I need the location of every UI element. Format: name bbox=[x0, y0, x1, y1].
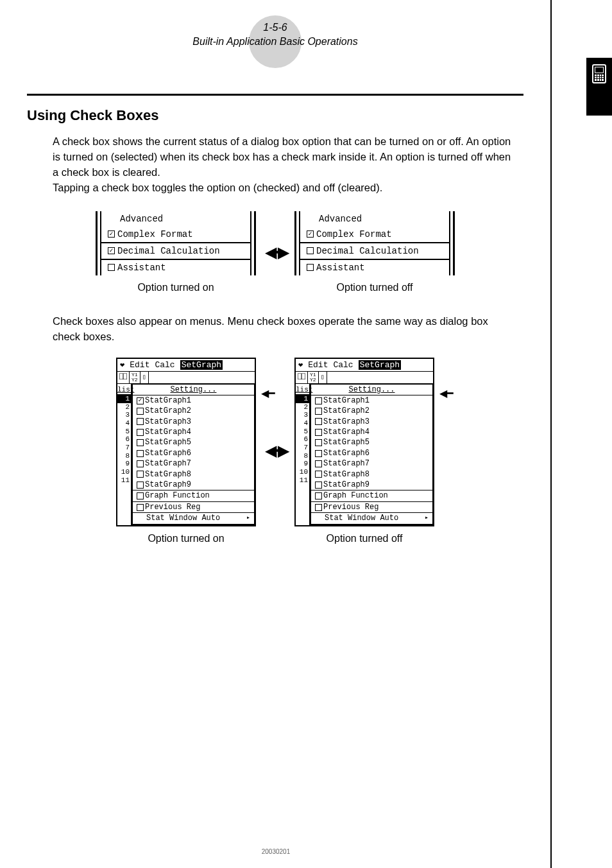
checkbox-unchecked-icon bbox=[315, 450, 322, 457]
caption-option-off: Option turned off bbox=[337, 282, 413, 293]
menu-statgraph4: StatGraph4 bbox=[145, 428, 191, 437]
horizontal-rule bbox=[27, 94, 523, 96]
menu-statgraph5: StatGraph5 bbox=[145, 438, 191, 447]
checkbox-unchecked-icon bbox=[315, 397, 322, 404]
paragraph-2: Tapping a check box toggles the option o… bbox=[53, 180, 517, 196]
toolbar-btn-3: ▯ bbox=[140, 372, 149, 383]
checkbox-unchecked-icon bbox=[137, 418, 144, 425]
checkbox-unchecked-icon bbox=[137, 471, 144, 478]
list-label: list bbox=[117, 385, 131, 395]
footer-code: 20030201 bbox=[0, 848, 552, 855]
menu-previous-reg: Previous Reg bbox=[145, 503, 200, 512]
toolbar-btn-3: ▯ bbox=[319, 372, 327, 383]
menu-statgraph2: StatGraph2 bbox=[323, 406, 370, 415]
menu-edit: Edit bbox=[130, 360, 149, 370]
menu-statgraph1: StatGraph1 bbox=[145, 396, 191, 405]
menu-statgraph8: StatGraph8 bbox=[145, 470, 191, 479]
checkbox-checked-icon bbox=[137, 397, 144, 404]
menu-calc: Calc bbox=[333, 360, 353, 370]
menu-checkbox-figure: ❤ Edit Calc SetGraph ⎕⎕ Y1Y2 ▯ list 1 bbox=[27, 358, 523, 544]
caption-option-off: Option turned off bbox=[327, 533, 403, 544]
checkbox-checked-icon bbox=[108, 230, 115, 238]
checkbox-checked-icon bbox=[307, 230, 314, 238]
menu-setgraph: SetGraph bbox=[180, 360, 223, 370]
calculator-icon bbox=[592, 64, 606, 83]
checkbox-unchecked-icon bbox=[315, 439, 322, 446]
option-advanced: Advanced bbox=[120, 214, 163, 224]
checkbox-unchecked-icon bbox=[315, 492, 322, 499]
menu-statgraph7: StatGraph7 bbox=[323, 459, 370, 468]
option-complex: Complex Format bbox=[117, 229, 193, 239]
menu-statgraph8: StatGraph8 bbox=[323, 470, 370, 479]
menu-graph-function: Graph Function bbox=[323, 491, 388, 500]
menu-statgraph9: StatGraph9 bbox=[145, 480, 191, 489]
caption-option-on: Option turned on bbox=[137, 282, 214, 293]
menu-statgraph2: StatGraph2 bbox=[145, 406, 191, 415]
page-header: 1-5-6 Built-in Application Basic Operati… bbox=[27, 17, 523, 63]
paragraph-3: Check boxes also appear on menus. Menu c… bbox=[53, 314, 517, 345]
double-arrow-icon: ◀━▶ bbox=[265, 442, 285, 460]
dialog-checkbox-figure: Advanced Complex Format Decimal Calculat… bbox=[27, 211, 523, 293]
paragraph-1: A check box shows the current status of … bbox=[53, 134, 517, 180]
option-assistant: Assistant bbox=[316, 263, 365, 273]
checkbox-unchecked-icon bbox=[137, 482, 144, 489]
checkbox-unchecked-icon bbox=[137, 408, 144, 415]
toolbar-btn-1: ⎕⎕ bbox=[117, 372, 130, 383]
menu-statgraph3: StatGraph3 bbox=[323, 417, 370, 426]
checkbox-unchecked-icon bbox=[315, 418, 322, 425]
menu-example-on: ❤ Edit Calc SetGraph ⎕⎕ Y1Y2 ▯ list 1 bbox=[116, 358, 256, 526]
menu-calc: Calc bbox=[155, 360, 174, 370]
arrow-left-icon: ◀━ bbox=[261, 388, 275, 399]
checkbox-unchecked-icon bbox=[315, 460, 322, 467]
menu-dropdown-icon: ❤ bbox=[298, 360, 303, 370]
menu-setgraph: SetGraph bbox=[359, 360, 401, 370]
list-label: list bbox=[296, 385, 309, 395]
menu-previous-reg: Previous Reg bbox=[323, 503, 378, 512]
chapter-title: Built-in Application Basic Operations bbox=[27, 35, 523, 49]
menu-graph-function: Graph Function bbox=[145, 491, 210, 500]
option-decimal: Decimal Calculation bbox=[117, 246, 220, 256]
menu-statgraph5: StatGraph5 bbox=[323, 438, 370, 447]
toolbar-btn-2: Y1Y2 bbox=[308, 372, 319, 383]
checkbox-unchecked-icon bbox=[137, 439, 144, 446]
menu-dropdown-icon: ❤ bbox=[120, 360, 124, 370]
menu-setting: Setting... bbox=[133, 385, 254, 395]
arrow-left-icon: ◀━ bbox=[439, 388, 454, 399]
option-decimal: Decimal Calculation bbox=[316, 246, 419, 256]
row-numbers: list 1 2 3 4 5 6 7 8 9 10 11 bbox=[296, 384, 310, 525]
double-arrow-icon: ◀━▶ bbox=[265, 243, 285, 261]
row-numbers: list 1 2 3 4 5 6 7 8 9 10 11 bbox=[117, 384, 132, 525]
dialog-example-on: Advanced Complex Format Decimal Calculat… bbox=[96, 211, 256, 275]
menu-edit: Edit bbox=[308, 360, 328, 370]
option-assistant: Assistant bbox=[117, 263, 166, 273]
checkbox-unchecked-icon bbox=[108, 264, 115, 271]
menu-example-off: ❤ Edit Calc SetGraph ⎕⎕ Y1Y2 ▯ list 1 bbox=[294, 358, 434, 526]
checkbox-unchecked-icon bbox=[315, 471, 322, 478]
checkbox-unchecked-icon bbox=[315, 408, 322, 415]
menu-statgraph6: StatGraph6 bbox=[145, 449, 191, 458]
checkbox-unchecked-icon bbox=[315, 504, 322, 511]
caption-option-on: Option turned on bbox=[148, 533, 224, 544]
checkbox-unchecked-icon bbox=[307, 247, 314, 254]
section-heading: Using Check Boxes bbox=[27, 107, 523, 124]
checkbox-checked-icon bbox=[108, 247, 115, 254]
menu-statgraph4: StatGraph4 bbox=[323, 428, 370, 437]
menu-statgraph7: StatGraph7 bbox=[145, 459, 191, 468]
checkbox-unchecked-icon bbox=[137, 450, 144, 457]
menu-stat-window: Stat Window Auto bbox=[325, 514, 398, 523]
checkbox-unchecked-icon bbox=[307, 264, 314, 271]
menu-statgraph1: StatGraph1 bbox=[323, 396, 370, 405]
page-reference: 1-5-6 bbox=[27, 21, 523, 35]
checkbox-unchecked-icon bbox=[137, 460, 144, 467]
option-complex: Complex Format bbox=[316, 229, 392, 239]
menu-stat-window: Stat Window Auto bbox=[146, 514, 220, 523]
checkbox-unchecked-icon bbox=[315, 482, 322, 489]
option-advanced: Advanced bbox=[319, 214, 362, 224]
page-content: 1-5-6 Built-in Application Basic Operati… bbox=[0, 0, 552, 868]
side-tab bbox=[586, 58, 612, 116]
checkbox-unchecked-icon bbox=[137, 492, 144, 499]
toolbar-btn-1: ⎕⎕ bbox=[296, 372, 308, 383]
menu-statgraph9: StatGraph9 bbox=[323, 480, 370, 489]
checkbox-unchecked-icon bbox=[315, 429, 322, 436]
dialog-example-off: Advanced Complex Format Decimal Calculat… bbox=[294, 211, 455, 275]
